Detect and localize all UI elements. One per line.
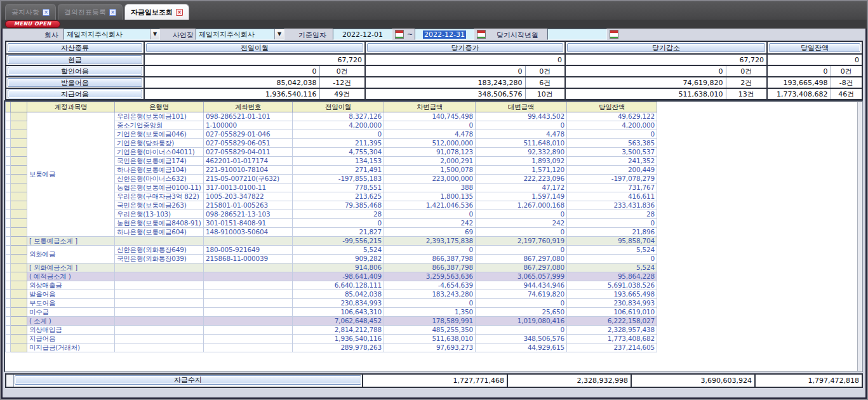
amount-cell[interactable]: 0	[384, 299, 476, 308]
bank-name-cell[interactable]: 신한은행(외화통장649)	[115, 246, 204, 255]
row-selector-cell[interactable]	[11, 219, 27, 228]
bank-name-cell[interactable]	[115, 263, 204, 272]
bank-name-cell[interactable]: 하나은행(보통예금604)	[115, 228, 204, 237]
account-number-cell[interactable]	[204, 343, 293, 352]
amount-cell[interactable]: 97,693,273	[384, 343, 476, 352]
calendar-icon[interactable]	[477, 30, 486, 39]
amount-cell[interactable]: 271,491	[293, 166, 384, 175]
table-row[interactable]: [ 외화예금소계 ]914,806866,387,798867,297,0805…	[6, 263, 657, 272]
row-selector-cell[interactable]	[11, 157, 27, 166]
bank-name-cell[interactable]: 중소기업중앙회	[115, 121, 204, 130]
bank-name-cell[interactable]: 농협은행(보통예금0100-11)	[115, 183, 204, 192]
amount-cell[interactable]: 242	[384, 219, 476, 228]
amount-cell[interactable]: 3,500,537	[567, 148, 657, 157]
amount-cell[interactable]: 2,000,291	[384, 157, 476, 166]
account-number-cell[interactable]	[204, 326, 293, 335]
account-number-cell[interactable]	[204, 308, 293, 317]
amount-cell[interactable]: 21,827	[293, 228, 384, 237]
amount-cell[interactable]: 106,619,010	[567, 308, 657, 317]
tab-notice[interactable]: 공지사항 ×	[5, 4, 56, 20]
amount-cell[interactable]: 485,255,350	[384, 326, 476, 335]
account-number-cell[interactable]	[204, 237, 293, 246]
row-selector-cell[interactable]	[11, 237, 27, 246]
close-icon[interactable]: ×	[176, 9, 183, 16]
amount-cell[interactable]: 2,814,212,788	[293, 326, 384, 335]
table-row[interactable]: 외상매입금2,814,212,788485,255,35002,328,957,…	[6, 326, 657, 335]
row-indicator-cell[interactable]	[6, 157, 11, 166]
amount-cell[interactable]: 5,524	[567, 246, 657, 255]
account-number-cell[interactable]: 098-286521-13-103	[204, 210, 293, 219]
account-number-cell[interactable]	[204, 272, 293, 281]
bank-name-cell[interactable]	[115, 272, 204, 281]
amount-cell[interactable]: 5,524	[567, 263, 657, 272]
amount-cell[interactable]: 85,042,038	[293, 290, 384, 299]
amount-cell[interactable]: 95,864,228	[567, 272, 657, 281]
close-icon[interactable]: ×	[109, 9, 116, 16]
amount-cell[interactable]: 230,834,993	[293, 299, 384, 308]
account-name-cell[interactable]: 받을어음	[27, 290, 115, 299]
row-indicator-cell[interactable]	[6, 263, 11, 272]
amount-cell[interactable]: 3,259,563,636	[384, 272, 476, 281]
table-row[interactable]: ( 예적금소계 )-98,641,4093,259,563,6363,065,0…	[6, 272, 657, 281]
amount-cell[interactable]: 44,929,615	[476, 343, 567, 352]
date-to-field[interactable]: 2022-12-31	[415, 29, 474, 40]
site-select[interactable]: 제일저지주식회사 ▼	[196, 29, 284, 40]
amount-cell[interactable]: 1,597,149	[476, 192, 567, 201]
row-selector-cell[interactable]	[11, 290, 27, 299]
account-number-cell[interactable]	[204, 335, 293, 343]
bank-name-cell[interactable]: 우리은행(13-103)	[115, 210, 204, 219]
amount-cell[interactable]: -99,556,215	[293, 237, 384, 246]
amount-cell[interactable]: 0	[293, 130, 384, 139]
account-name-cell[interactable]: 보통예금	[27, 112, 115, 237]
account-number-cell[interactable]: 148-910003-50604	[204, 228, 293, 237]
row-indicator-cell[interactable]	[6, 290, 11, 299]
calendar-icon[interactable]	[395, 30, 404, 39]
row-selector-cell[interactable]	[11, 183, 27, 192]
amount-cell[interactable]: 944,434,946	[476, 281, 567, 290]
amount-cell[interactable]: 0	[567, 255, 657, 263]
amount-cell[interactable]: 2,197,760,919	[476, 237, 567, 246]
account-name-cell[interactable]: [ 외화예금소계 ]	[27, 263, 115, 272]
account-number-cell[interactable]: 1-100000	[204, 121, 293, 130]
amount-cell[interactable]: 211,395	[293, 139, 384, 148]
row-selector-cell[interactable]	[11, 228, 27, 237]
amount-cell[interactable]: 242	[476, 219, 567, 228]
account-number-cell[interactable]	[204, 263, 293, 272]
amount-cell[interactable]: 909,282	[293, 255, 384, 263]
row-selector-cell[interactable]	[11, 308, 27, 317]
table-row[interactable]: 미수금106,643,3101,35025,650106,619,010	[6, 308, 657, 317]
row-indicator-cell[interactable]	[6, 246, 11, 255]
row-indicator-cell[interactable]	[6, 272, 11, 281]
row-selector-cell[interactable]	[11, 148, 27, 157]
row-indicator-cell[interactable]	[6, 210, 11, 219]
amount-cell[interactable]: 5,524	[293, 246, 384, 255]
account-number-cell[interactable]	[204, 317, 293, 326]
amount-cell[interactable]: 0	[476, 121, 567, 130]
row-selector-cell[interactable]	[11, 246, 27, 255]
amount-cell[interactable]: 6,222,158,027	[567, 317, 657, 326]
amount-cell[interactable]: 5,691,038,526	[567, 281, 657, 290]
amount-cell[interactable]: 866,387,798	[384, 263, 476, 272]
row-selector-cell[interactable]	[11, 255, 27, 263]
bank-name-cell[interactable]: 신한은행(마이너스632)	[115, 175, 204, 183]
amount-cell[interactable]: 0	[293, 219, 384, 228]
account-name-cell[interactable]: 부도어음	[27, 299, 115, 308]
bank-name-cell[interactable]	[115, 343, 204, 352]
row-selector-cell[interactable]	[11, 343, 27, 352]
row-indicator-cell[interactable]	[6, 112, 11, 121]
table-row[interactable]: 보통예금우리은행(보통예금101)098-286521-01-1018,327,…	[6, 112, 657, 121]
amount-cell[interactable]: 178,589,991	[384, 317, 476, 326]
amount-cell[interactable]: 512,000,000	[384, 139, 476, 148]
bank-name-cell[interactable]: 국민은행(외화통장039)	[115, 255, 204, 263]
row-selector-cell[interactable]	[11, 326, 27, 335]
amount-cell[interactable]: 0	[384, 246, 476, 255]
account-number-cell[interactable]: 317-0013-0100-11	[204, 183, 293, 192]
account-number-cell[interactable]	[204, 299, 293, 308]
row-indicator-cell[interactable]	[6, 237, 11, 246]
account-number-cell[interactable]: 180-005-921649	[204, 246, 293, 255]
amount-cell[interactable]: -98,641,409	[293, 272, 384, 281]
amount-cell[interactable]: 0	[476, 326, 567, 335]
row-selector-cell[interactable]	[11, 335, 27, 343]
account-number-cell[interactable]: 221-910010-78104	[204, 166, 293, 175]
account-name-cell[interactable]: ( 예적금소계 )	[27, 272, 115, 281]
